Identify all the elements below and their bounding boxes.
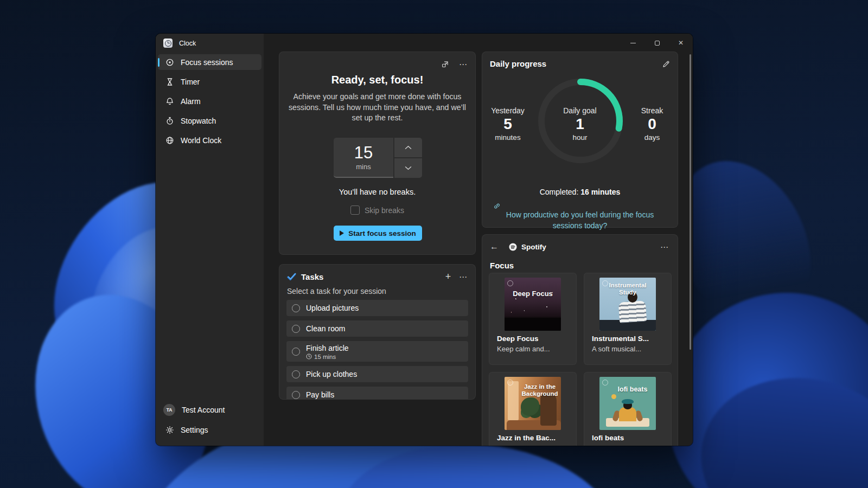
account-item[interactable]: TA Test Account	[158, 402, 261, 418]
playlist-title: lofi beats	[592, 434, 665, 442]
vertical-scrollbar[interactable]	[690, 54, 691, 350]
focus-sessions-icon	[165, 58, 174, 67]
sidebar-item-label: Stopwatch	[181, 117, 216, 125]
stat-streak: Streak 0 days	[634, 106, 670, 142]
sidebar-item-alarm[interactable]: Alarm	[158, 93, 261, 109]
task-row-pay-bills[interactable]: Pay bills	[286, 387, 468, 400]
start-button-label: Start focus session	[348, 229, 416, 237]
spotify-icon	[508, 242, 518, 252]
start-focus-session-button[interactable]: Start focus session	[334, 226, 422, 241]
skip-breaks-label: Skip breaks	[365, 206, 404, 215]
sidebar-item-label: Timer	[181, 78, 200, 86]
popout-icon[interactable]	[439, 59, 450, 69]
sidebar-nav: Focus sessions Timer Alarm Stopwatch	[156, 54, 264, 152]
chevron-down-icon	[405, 166, 412, 170]
task-row-upload-pictures[interactable]: Upload pictures	[286, 300, 468, 316]
back-arrow-icon[interactable]: ←	[490, 242, 501, 252]
spotify-mini-logo-icon	[507, 280, 513, 286]
spotify-mini-logo-icon	[602, 380, 608, 386]
sidebar-item-label: Focus sessions	[181, 58, 233, 67]
duration-increase-button[interactable]	[394, 138, 422, 157]
sidebar-item-settings[interactable]: Settings	[158, 422, 261, 438]
stat-label: Daily goal	[562, 106, 598, 115]
duration-value-box[interactable]: 15 mins	[334, 138, 393, 178]
spotify-wordmark: Spotify	[521, 243, 546, 251]
globe-icon	[165, 136, 174, 145]
task-row-pick-up-clothes[interactable]: Pick up clothes	[286, 366, 468, 382]
completed-label: Completed:	[540, 188, 579, 196]
playlist-subtitle: A soft musical...	[592, 345, 665, 353]
stat-value: 5	[490, 115, 526, 133]
duration-stepper: 15 mins	[334, 138, 422, 178]
playlist-art: Instrumental Study	[599, 278, 656, 331]
selection-accent-bar	[158, 58, 159, 67]
tasks-card: Tasks + ⋯ Select a task for your session…	[279, 264, 476, 400]
playlist-tile-lofi-beats[interactable]: lofi beats lofi beats	[584, 372, 672, 446]
task-radio	[292, 348, 300, 356]
add-task-icon[interactable]: +	[443, 271, 454, 282]
minimize-button[interactable]	[621, 34, 645, 52]
avatar: TA	[163, 404, 175, 416]
playlist-tile-jazz-in-the-background[interactable]: Jazz in the Background Jazz in the Bac..…	[489, 372, 577, 446]
playlist-title: Jazz in the Bac...	[497, 434, 570, 442]
maximize-button[interactable]	[645, 34, 669, 52]
play-icon	[340, 230, 344, 236]
daily-progress-title: Daily progress	[490, 59, 678, 68]
task-label: Upload pictures	[306, 304, 359, 312]
clock-app-icon	[163, 38, 173, 48]
window-title: Clock	[179, 40, 196, 47]
sidebar: Focus sessions Timer Alarm Stopwatch	[156, 34, 264, 446]
art-plant	[521, 397, 539, 416]
art-dot	[611, 394, 616, 399]
duration-value: 15	[354, 144, 373, 162]
gear-icon	[165, 426, 174, 434]
task-radio	[292, 304, 300, 312]
task-label: Clean room	[306, 324, 345, 333]
settings-label: Settings	[181, 426, 208, 434]
productivity-survey-link[interactable]: How productive do you feel during the fo…	[493, 202, 667, 231]
tasks-subtitle: Select a task for your session	[287, 287, 475, 296]
art-label: Instrumental Study	[599, 282, 656, 296]
more-options-icon[interactable]: ⋯	[458, 271, 469, 282]
sidebar-footer: TA Test Account Settings	[156, 402, 264, 442]
edit-goal-icon[interactable]	[660, 59, 671, 69]
art-person	[618, 300, 647, 323]
sidebar-item-world-clock[interactable]: World Clock	[158, 132, 261, 148]
skip-breaks-checkbox[interactable]	[350, 206, 360, 215]
task-label: Pick up clothes	[306, 370, 357, 378]
more-options-icon[interactable]: ⋯	[659, 241, 670, 252]
small-clock-icon	[306, 354, 312, 359]
maximize-icon	[655, 41, 660, 46]
playlist-tile-instrumental-study[interactable]: Instrumental Study Instrumental S... A s…	[584, 273, 672, 365]
playlist-tile-deep-focus[interactable]: Deep Focus Deep Focus Keep calm and...	[489, 273, 577, 365]
sidebar-item-focus-sessions[interactable]: Focus sessions	[158, 54, 261, 70]
skip-breaks-row: Skip breaks	[279, 206, 475, 215]
art-label: Jazz in the Background	[505, 383, 561, 397]
focus-card-title: Ready, set, focus!	[279, 74, 475, 86]
more-options-icon[interactable]: ⋯	[458, 59, 469, 69]
duration-decrease-button[interactable]	[394, 158, 422, 178]
playlist-title: Instrumental S...	[592, 335, 665, 343]
duration-unit: mins	[356, 163, 371, 171]
task-radio	[292, 325, 300, 333]
progress-stats: Yesterday 5 minutes Daily goal 1 hour St…	[482, 106, 678, 142]
stat-unit: hour	[562, 133, 598, 142]
task-label: Pay bills	[306, 390, 334, 399]
breaks-note: You’ll have no breaks.	[279, 188, 475, 196]
playlist-art: lofi beats	[599, 377, 656, 430]
task-row-finish-article[interactable]: Finish article 15 mins	[286, 341, 468, 362]
focus-setup-card: ⋯ Ready, set, focus! Achieve your goals …	[279, 52, 476, 255]
art-label: Deep Focus	[505, 290, 561, 298]
playlist-title: Deep Focus	[497, 335, 570, 343]
spotify-section-title: Focus	[490, 261, 678, 270]
sidebar-item-timer[interactable]: Timer	[158, 74, 261, 89]
close-button[interactable]: ✕	[669, 34, 693, 52]
stopwatch-icon	[165, 117, 174, 125]
sidebar-item-stopwatch[interactable]: Stopwatch	[158, 113, 261, 129]
sidebar-item-label: World Clock	[181, 136, 221, 145]
stat-unit: days	[634, 133, 670, 142]
sidebar-item-label: Alarm	[181, 97, 201, 106]
task-duration: 15 mins	[314, 354, 336, 360]
task-row-clean-room[interactable]: Clean room	[286, 320, 468, 337]
stat-daily-goal: Daily goal 1 hour	[562, 106, 598, 142]
